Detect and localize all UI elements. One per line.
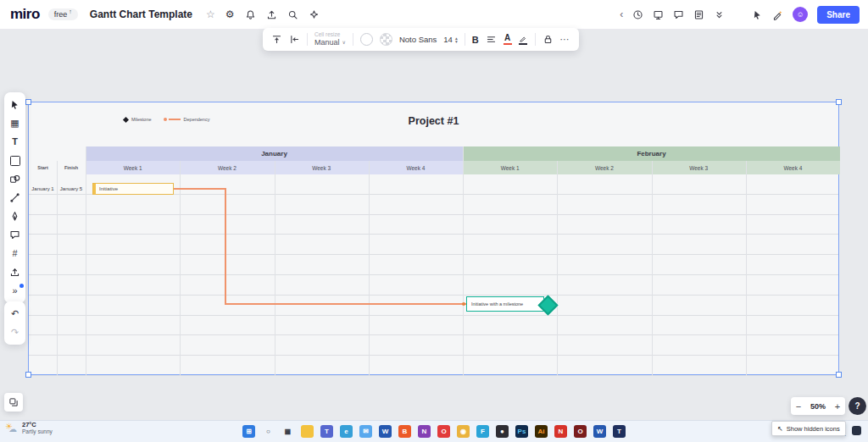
brave-icon[interactable]: B — [398, 425, 411, 438]
selection-handle-bottom-left[interactable] — [25, 372, 31, 378]
milestone-diamond-icon — [123, 116, 129, 122]
more-options-button[interactable]: ⋯ — [560, 34, 570, 45]
os-taskbar: ⊞○▦Te✉WBNO◉F●PsAiNOWT — [0, 420, 868, 442]
selection-handle-top-left[interactable] — [25, 99, 31, 105]
resize-columns-icon[interactable] — [289, 34, 300, 45]
highlight-color-button[interactable] — [519, 35, 528, 45]
hide-panel-double-chevron-icon[interactable] — [714, 9, 725, 20]
legend-milestone: Milestone — [124, 117, 152, 122]
finish-column-header: Finish — [57, 161, 86, 174]
settings-gear-icon[interactable]: ⚙ — [225, 9, 235, 19]
week-header: Week 2 — [557, 161, 651, 174]
illustrator-icon[interactable]: Ai — [535, 425, 548, 438]
shapes-tool[interactable] — [6, 171, 24, 187]
plan-badge[interactable]: free ↑ — [48, 8, 78, 20]
connector-tool[interactable] — [6, 190, 24, 206]
select-tool[interactable] — [6, 97, 24, 113]
app-maroon-icon[interactable]: O — [574, 425, 587, 438]
comment-bubble-icon — [9, 229, 20, 240]
comments-icon[interactable] — [673, 9, 684, 20]
word-doc-icon[interactable]: W — [593, 425, 606, 438]
week-header: Week 2 — [180, 161, 274, 174]
help-button[interactable]: ? — [849, 397, 866, 415]
media-app-icon[interactable]: ● — [496, 425, 509, 438]
undo-button[interactable]: ↶ — [6, 306, 24, 322]
microsoft-edge-icon[interactable]: e — [340, 425, 353, 438]
collapse-chevron-left-icon[interactable]: ‹ — [620, 9, 623, 19]
font-size-control[interactable]: 14 ▴ ▾ — [443, 35, 457, 44]
frames-panel-button[interactable] — [4, 393, 23, 412]
zoom-out-button[interactable]: − — [791, 401, 806, 412]
miro-logo[interactable]: miro — [10, 6, 40, 23]
show-hidden-icons-tooltip[interactable]: ↖ Show hidden icons — [771, 421, 846, 436]
taskbar-icons: ⊞○▦Te✉WBNO◉F●PsAiNOWT — [242, 425, 626, 438]
search-icon[interactable]: ○ — [262, 425, 275, 438]
photoshop-icon[interactable]: Ps — [515, 425, 528, 438]
onenote-icon[interactable]: N — [418, 425, 431, 438]
templates-tool[interactable]: ▦ — [6, 115, 24, 131]
text-icon: T — [12, 137, 18, 146]
pen-tool[interactable] — [6, 208, 24, 224]
notification-center-icon[interactable] — [852, 426, 861, 435]
zoom-in-button[interactable]: + — [830, 401, 845, 412]
frame-tool[interactable]: # — [6, 246, 24, 262]
resize-rows-icon[interactable] — [271, 34, 282, 45]
laser-pointer-icon[interactable] — [752, 9, 763, 20]
week-header: Week 4 — [746, 161, 840, 174]
background-color-button[interactable] — [380, 33, 392, 46]
font-size-down-icon[interactable]: ▾ — [455, 40, 458, 43]
weather-widget[interactable]: ☀ ☁ 27°C Partly sunny — [5, 422, 53, 435]
share-button[interactable]: Share — [817, 6, 860, 24]
selection-handle-bottom-right[interactable] — [836, 372, 842, 378]
comment-tool[interactable] — [6, 227, 24, 243]
google-chrome-icon[interactable]: ◉ — [457, 425, 470, 438]
history-clock-icon[interactable] — [632, 9, 643, 20]
format-toolbar: Cell resize Manual ∨ Noto Sans 14 ▴ ▾ B … — [263, 28, 579, 51]
redo-icon: ↷ — [11, 328, 19, 337]
board-title[interactable]: Gantt Chart Template — [90, 8, 192, 20]
selection-handle-top-right[interactable] — [836, 99, 842, 105]
bold-button[interactable]: B — [472, 35, 479, 45]
file-explorer-icon[interactable] — [301, 425, 314, 438]
pen-icon — [9, 211, 20, 222]
favorite-star-icon[interactable]: ☆ — [206, 9, 215, 19]
gantt-chart-widget[interactable]: Project #1 Milestone Dependency January … — [28, 102, 839, 375]
board-canvas[interactable]: Project #1 Milestone Dependency January … — [0, 29, 868, 420]
windows-start-icon[interactable]: ⊞ — [242, 425, 255, 438]
cell-resize-dropdown[interactable]: Cell resize Manual ∨ — [314, 32, 346, 47]
opera-icon[interactable]: O — [437, 425, 450, 438]
weather-condition: Partly sunny — [22, 428, 53, 435]
lock-button[interactable] — [542, 34, 554, 45]
font-color-button[interactable]: A — [504, 34, 512, 45]
magic-wand-icon[interactable] — [309, 9, 320, 20]
upload-tool[interactable] — [6, 264, 24, 280]
notes-icon[interactable] — [693, 9, 704, 20]
presentation-icon[interactable] — [653, 9, 664, 20]
microsoft-teams-icon[interactable]: T — [320, 425, 333, 438]
fill-color-button[interactable] — [360, 33, 373, 46]
notifications-bell-icon[interactable] — [245, 9, 256, 20]
font-family-select[interactable]: Noto Sans — [399, 35, 437, 44]
netflix-icon[interactable]: N — [554, 425, 567, 438]
task-bar-milestone[interactable]: Initiative with a milestone — [466, 296, 544, 312]
firefox-icon[interactable]: F — [476, 425, 489, 438]
sticky-note-tool[interactable] — [6, 152, 24, 169]
magic-pen-icon[interactable] — [772, 9, 783, 20]
export-upload-icon[interactable] — [266, 9, 277, 20]
sticky-note-icon — [10, 156, 20, 166]
month-header-january: January — [86, 146, 463, 161]
templates-grid-icon: ▦ — [10, 119, 19, 128]
text-align-icon[interactable] — [486, 34, 497, 45]
microsoft-word-icon[interactable]: W — [379, 425, 392, 438]
user-avatar[interactable]: ☺ — [793, 7, 808, 22]
more-tools[interactable]: » — [6, 283, 24, 299]
partly-sunny-icon: ☀ ☁ — [5, 423, 19, 434]
mail-icon[interactable]: ✉ — [359, 425, 372, 438]
search-icon[interactable] — [287, 9, 298, 20]
task-view-icon[interactable]: ▦ — [281, 425, 294, 438]
text-tool[interactable]: T — [6, 134, 24, 150]
zoom-level[interactable]: 50% — [806, 402, 830, 411]
teams-dark-icon[interactable]: T — [613, 425, 626, 438]
task-bar-initiative[interactable]: Initiative — [92, 183, 174, 195]
redo-button[interactable]: ↷ — [6, 324, 24, 340]
